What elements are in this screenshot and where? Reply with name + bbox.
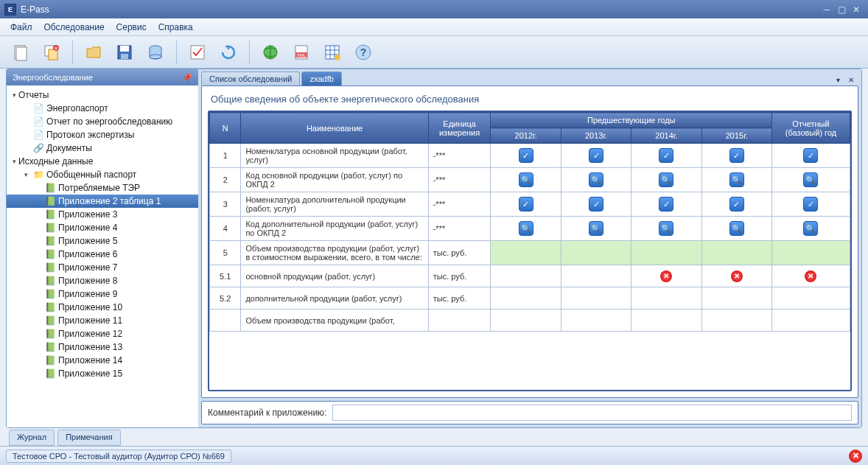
tree-item[interactable]: 📗Приложение 14: [7, 354, 198, 367]
tree-item[interactable]: 📗Приложение 15: [7, 367, 198, 380]
cell-value[interactable]: [631, 241, 701, 265]
cell-value[interactable]: [771, 287, 850, 310]
tree-item[interactable]: 📗Приложение 7: [7, 261, 198, 274]
tab-dropdown-icon[interactable]: ▾: [832, 74, 844, 85]
check-cell-button[interactable]: ✓: [659, 148, 673, 163]
tree-item[interactable]: 📗Приложение 4: [7, 221, 198, 234]
menu-file[interactable]: Файл: [4, 20, 38, 35]
check-icon[interactable]: [186, 41, 209, 64]
tab-surveys[interactable]: Список обследований: [201, 71, 300, 85]
cell-value[interactable]: ✓: [631, 144, 701, 168]
cell-value[interactable]: 🔍: [561, 217, 631, 241]
cell-value[interactable]: [491, 265, 561, 287]
tree-source[interactable]: ▾ Исходные данные: [7, 155, 198, 168]
cell-value[interactable]: 🔍: [701, 168, 771, 192]
cell-value[interactable]: ✓: [771, 192, 850, 217]
tree-item[interactable]: 📄Протокол экспертизы: [7, 128, 198, 141]
tree-item[interactable]: 📗Потребляемые ТЭР: [7, 181, 198, 195]
error-cell-icon[interactable]: ✕: [731, 270, 743, 282]
tree-item[interactable]: 📗Приложение 12: [7, 327, 198, 340]
tree-item[interactable]: 📄Отчет по энергообследованию: [7, 115, 198, 128]
pin-icon[interactable]: 📌: [182, 73, 192, 83]
copy-icon[interactable]: ✕: [40, 41, 63, 64]
globe-icon[interactable]: [259, 41, 282, 64]
tree-item[interactable]: 📗Приложение 13: [7, 340, 198, 354]
cell-value[interactable]: ✓: [771, 144, 850, 168]
error-cell-icon[interactable]: ✕: [660, 270, 672, 282]
tree-item[interactable]: 📗Приложение 5: [7, 234, 198, 248]
maximize-button[interactable]: ▢: [834, 4, 849, 15]
cell-value[interactable]: [631, 310, 701, 332]
search-cell-button[interactable]: 🔍: [659, 221, 673, 236]
cell-value[interactable]: 🔍: [771, 217, 850, 241]
cell-value[interactable]: [561, 310, 631, 332]
check-cell-button[interactable]: ✓: [589, 197, 603, 211]
th-report[interactable]: Отчетный (базовый) год: [771, 113, 850, 144]
tab-journal[interactable]: Журнал: [9, 430, 55, 446]
check-cell-button[interactable]: ✓: [659, 197, 673, 211]
xml-icon[interactable]: XML: [290, 41, 313, 64]
cell-value[interactable]: [631, 287, 701, 310]
collapse-icon[interactable]: ▾: [21, 171, 30, 178]
th-year[interactable]: 2014г.: [631, 128, 701, 144]
cell-value[interactable]: [491, 241, 561, 265]
tree-item[interactable]: 📗Приложение 10: [7, 301, 198, 314]
cell-value[interactable]: [701, 241, 771, 265]
table-row[interactable]: 2Код основной продукции (работ, услуг) п…: [210, 168, 850, 192]
menu-help[interactable]: Справка: [153, 20, 199, 35]
search-cell-button[interactable]: 🔍: [589, 221, 603, 236]
close-button[interactable]: ✕: [849, 4, 864, 15]
th-prev[interactable]: Предшествующие годы: [491, 113, 772, 128]
th-year[interactable]: 2012г.: [491, 128, 561, 144]
search-cell-button[interactable]: 🔍: [519, 221, 533, 236]
error-cell-icon[interactable]: ✕: [805, 270, 816, 282]
check-cell-button[interactable]: ✓: [803, 197, 818, 211]
cell-value[interactable]: 🔍: [631, 217, 701, 241]
th-name[interactable]: Наименование: [241, 113, 428, 144]
help-icon[interactable]: ?: [351, 41, 375, 64]
refresh-icon[interactable]: [217, 41, 240, 64]
collapse-icon[interactable]: ▾: [10, 158, 18, 165]
tab-close-icon[interactable]: ✕: [845, 74, 857, 85]
search-cell-button[interactable]: 🔍: [803, 172, 818, 187]
table-row[interactable]: 4Код дополнительной продукции (работ, ус…: [210, 217, 850, 241]
db-icon[interactable]: [144, 41, 167, 64]
table-row[interactable]: 5.2дополнительной продукции (работ, услу…: [210, 287, 850, 310]
check-cell-button[interactable]: ✓: [729, 148, 744, 163]
tree-item[interactable]: 📗Приложение 9: [7, 287, 198, 301]
collapse-icon[interactable]: ▾: [10, 91, 18, 99]
tree-item[interactable]: 📗Приложение 8: [7, 274, 198, 287]
table-row[interactable]: Объем производства продукции (работ,: [210, 310, 850, 332]
table-row[interactable]: 5Объем производства продукции (работ, ус…: [210, 241, 850, 265]
save-icon[interactable]: [113, 41, 136, 64]
cell-value[interactable]: [561, 241, 631, 265]
tree-reports[interactable]: ▾ Отчеты: [7, 88, 198, 102]
cell-value[interactable]: 🔍: [771, 168, 850, 192]
tree-item[interactable]: 📗Приложение 6: [7, 248, 198, 261]
tree-item-selected[interactable]: 📗Приложение 2 таблица 1: [7, 195, 198, 208]
tab-zxadfb[interactable]: zxadfb: [301, 71, 341, 85]
cell-value[interactable]: [701, 287, 771, 310]
th-year[interactable]: 2015г.: [701, 128, 771, 144]
folder-icon[interactable]: [82, 41, 105, 64]
search-cell-button[interactable]: 🔍: [803, 221, 818, 236]
cell-value[interactable]: ✓: [561, 144, 631, 168]
tree[interactable]: ▾ Отчеты 📄Энергопаспорт 📄Отчет по энерго…: [7, 85, 198, 427]
menu-service[interactable]: Сервис: [111, 20, 153, 35]
cell-value[interactable]: ✓: [561, 192, 631, 217]
tree-passport[interactable]: ▾ 📁 Обобщенный паспорт: [7, 168, 198, 181]
cell-value[interactable]: ✕: [701, 265, 771, 287]
cell-value[interactable]: [771, 310, 850, 332]
cell-value[interactable]: ✕: [771, 265, 850, 287]
cell-value[interactable]: ✓: [631, 192, 701, 217]
search-cell-button[interactable]: 🔍: [729, 172, 744, 187]
menu-survey[interactable]: Обследование: [38, 20, 111, 35]
cell-value[interactable]: ✓: [491, 192, 561, 217]
search-cell-button[interactable]: 🔍: [729, 221, 744, 236]
tree-item[interactable]: 🔗Документы: [7, 141, 198, 155]
cell-value[interactable]: [491, 310, 561, 332]
th-year[interactable]: 2013г.: [561, 128, 631, 144]
tree-item[interactable]: 📄Энергопаспорт: [7, 102, 198, 115]
search-cell-button[interactable]: 🔍: [659, 172, 673, 187]
table-row[interactable]: 5.1основной продукции (работ, услуг)тыс.…: [210, 265, 850, 287]
